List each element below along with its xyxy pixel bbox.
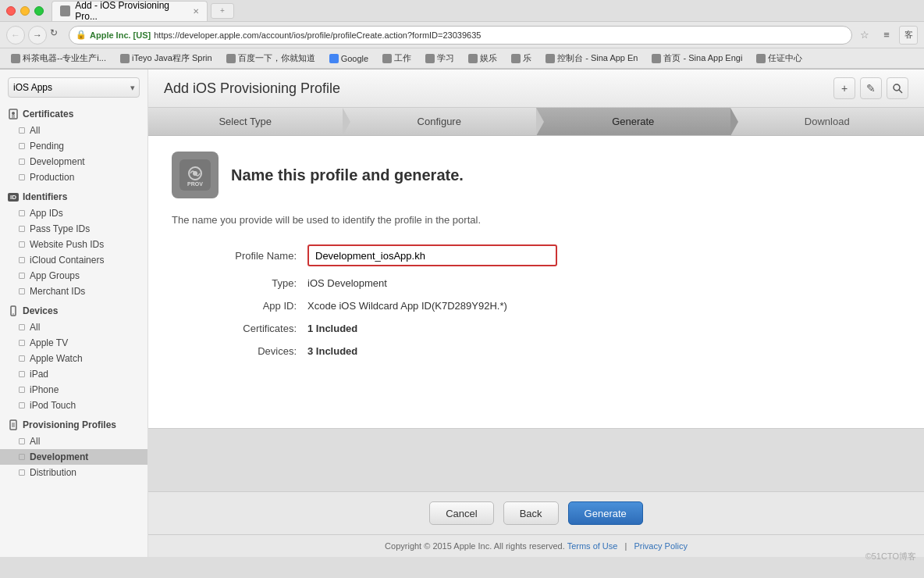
sidebar-item-certs-pending[interactable]: Pending — [0, 138, 147, 154]
sidebar-item-merchant-ids[interactable]: Merchant IDs — [0, 284, 147, 299]
page-footer: Copyright © 2015 Apple Inc. All rights r… — [148, 534, 924, 557]
cancel-button[interactable]: Cancel — [429, 501, 493, 525]
bookmark-item-6[interactable]: 娱乐 — [464, 51, 502, 66]
maximize-button[interactable] — [34, 6, 44, 16]
sidebar-item-prov-development[interactable]: Development — [0, 449, 147, 465]
sidebar-item-certs-development[interactable]: Development — [0, 154, 147, 169]
bookmark-icon-7 — [511, 54, 521, 63]
add-button[interactable]: + — [833, 77, 855, 99]
sidebar-item-label: Pass Type IDs — [30, 223, 90, 234]
sidebar-item-label: Production — [30, 172, 74, 183]
step-label: Select Type — [219, 116, 272, 127]
devices-label: Devices: — [187, 345, 297, 357]
refresh-button[interactable]: ↻ — [50, 27, 66, 43]
dot-icon — [19, 143, 25, 149]
bookmark-icon-5 — [425, 54, 435, 63]
address-bar[interactable]: 🔒 Apple Inc. [US] https://developer.appl… — [69, 26, 852, 45]
id-icon: ID — [8, 191, 19, 202]
sidebar-item-icloud-containers[interactable]: iCloud Containers — [0, 252, 147, 268]
sidebar-item-prov-all[interactable]: All — [0, 434, 147, 449]
edit-button[interactable]: ✎ — [860, 77, 882, 99]
sidebar-item-label: Apple Watch — [30, 353, 83, 364]
terms-of-use-link[interactable]: Terms of Use — [567, 541, 618, 551]
tab-close-button[interactable]: ✕ — [193, 7, 199, 16]
sidebar-item-ipad[interactable]: iPad — [0, 366, 147, 382]
profile-name-input[interactable] — [307, 244, 557, 266]
traffic-lights — [6, 6, 44, 16]
bookmark-item-3[interactable]: Google — [325, 52, 373, 65]
dot-icon — [19, 355, 25, 362]
bookmark-item-5[interactable]: 学习 — [421, 51, 459, 66]
bookmark-star-button[interactable]: ☆ — [855, 26, 874, 45]
browser-chrome: Add - iOS Provisioning Pro... ✕ + ← → ↻ … — [0, 0, 924, 70]
menu-button[interactable]: ≡ — [877, 26, 896, 45]
dot-icon — [19, 438, 25, 444]
bookmark-item-8[interactable]: 控制台 - Sina App En — [541, 51, 642, 66]
sidebar-item-iphone[interactable]: iPhone — [0, 382, 147, 398]
sidebar-item-ipod-touch[interactable]: iPod Touch — [0, 398, 147, 413]
sidebar-select-wrap: iOS Apps — [8, 77, 140, 98]
search-button[interactable] — [887, 77, 908, 99]
step-select-type[interactable]: Select Type — [148, 108, 343, 135]
app-id-label: App ID: — [187, 300, 297, 312]
nav-bar: ← → ↻ 🔒 Apple Inc. [US] https://develope… — [0, 22, 924, 48]
sidebar-item-pass-type-ids[interactable]: Pass Type IDs — [0, 221, 147, 237]
sidebar-item-app-ids[interactable]: App IDs — [0, 205, 147, 221]
generate-button[interactable]: Generate — [568, 501, 643, 525]
back-button[interactable]: Back — [503, 501, 559, 525]
bookmark-item-4[interactable]: 工作 — [378, 51, 416, 66]
type-value: iOS Development — [307, 277, 387, 289]
app-id-value: Xcode iOS Wildcard App ID(K7D289Y92H.*) — [307, 300, 507, 312]
svg-point-10 — [894, 84, 900, 91]
step-label: Configure — [418, 116, 461, 127]
sidebar-item-apple-tv[interactable]: Apple TV — [0, 335, 147, 351]
certificates-header-label: Certificates — [23, 109, 73, 120]
forward-button[interactable]: → — [28, 26, 47, 45]
form-row-app-id: App ID: Xcode iOS Wildcard App ID(K7D289… — [172, 300, 901, 312]
bookmark-item-0[interactable]: 科茶电器--专业生产i... — [6, 51, 111, 66]
sidebar-item-website-push-ids[interactable]: Website Push IDs — [0, 237, 147, 252]
step-label: Download — [805, 116, 850, 127]
dot-icon — [19, 402, 25, 409]
back-button[interactable]: ← — [6, 26, 25, 45]
sidebar-app-select[interactable]: iOS Apps — [8, 77, 140, 98]
guest-button[interactable]: 客 — [899, 26, 918, 45]
close-button[interactable] — [6, 6, 16, 16]
dot-icon — [19, 210, 25, 216]
lock-icon: 🔒 — [76, 30, 87, 40]
bookmark-icon-4 — [382, 54, 392, 63]
sidebar-item-certs-production[interactable]: Production — [0, 169, 147, 185]
form-row-devices: Devices: 3 Included — [172, 345, 901, 357]
bookmark-item-1[interactable]: iTeyo Java程序 Sprin — [116, 51, 217, 66]
address-company: Apple Inc. [US] — [90, 30, 151, 40]
watermark: ©51CTO博客 — [865, 551, 916, 562]
bookmark-icon-8 — [546, 54, 555, 63]
privacy-policy-link[interactable]: Privacy Policy — [634, 541, 687, 551]
sidebar-item-label: App Groups — [30, 270, 80, 281]
sidebar-item-prov-distribution[interactable]: Distribution — [0, 465, 147, 480]
bookmarks-bar: 科茶电器--专业生产i... iTeyo Java程序 Sprin 百度一下，你… — [0, 48, 924, 69]
step-configure[interactable]: Configure — [343, 108, 537, 135]
sidebar-item-certs-all[interactable]: All — [0, 123, 147, 138]
step-generate[interactable]: Generate — [536, 108, 730, 135]
bookmark-item-7[interactable]: 乐 — [506, 51, 536, 66]
browser-tab[interactable]: Add - iOS Provisioning Pro... ✕ — [52, 1, 208, 21]
prov-icon: PROV — [172, 152, 219, 198]
step-download[interactable]: Download — [730, 108, 925, 135]
title-bar: Add - iOS Provisioning Pro... ✕ + — [0, 0, 924, 22]
provisioning-icon — [8, 419, 19, 430]
sidebar-item-app-groups[interactable]: App Groups — [0, 268, 147, 284]
bookmark-icon-10 — [756, 54, 766, 63]
sidebar-item-label: Apple TV — [30, 337, 68, 348]
dot-icon — [19, 226, 25, 232]
bookmark-item-9[interactable]: 首页 - Sina App Engi — [647, 51, 747, 66]
sidebar-section-certificates: Certificates All Pending Development Pro… — [0, 105, 147, 185]
bookmark-item-2[interactable]: 百度一下，你就知道 — [222, 51, 320, 66]
device-icon — [8, 305, 19, 316]
sidebar-item-devices-all[interactable]: All — [0, 319, 147, 335]
bookmark-item-10[interactable]: 任证中心 — [752, 51, 807, 66]
profile-header: PROV Name this profile and generate. — [172, 152, 901, 198]
sidebar-item-apple-watch[interactable]: Apple Watch — [0, 351, 147, 366]
new-tab-button[interactable]: + — [211, 3, 234, 19]
minimize-button[interactable] — [20, 6, 30, 16]
